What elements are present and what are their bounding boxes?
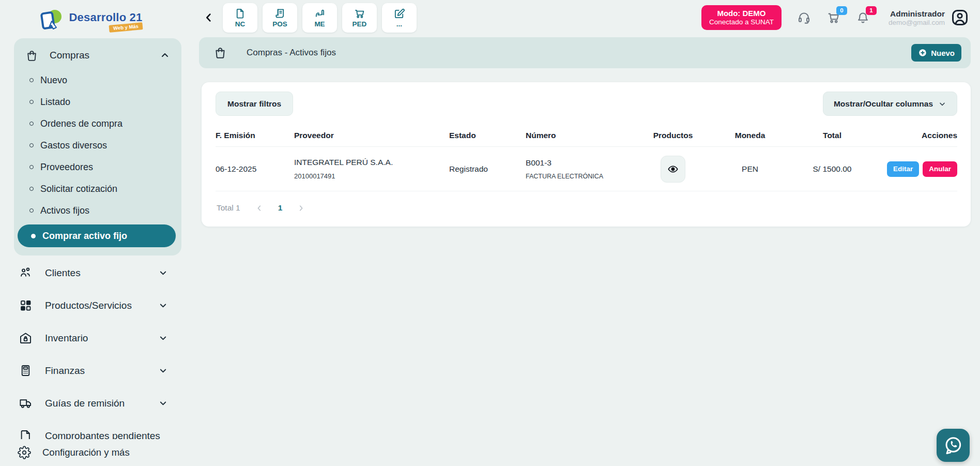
sidebar-item-finanzas[interactable]: Finanzas [0,354,181,387]
toggle-columns-button[interactable]: Mostrar/Ocultar columnas [823,92,957,116]
whatsapp-button[interactable] [937,429,970,462]
sidebar-item-label: Clientes [45,267,81,279]
bullet-icon [29,122,34,126]
sidebar-nav: Clientes Productos/Servicios [0,257,181,452]
column-header-emision: F. Emisión [216,131,294,140]
shortcut-nc-button[interactable]: NC [223,3,257,33]
sidebar-item-label: Productos/Servicios [45,300,132,311]
sidebar-item-listado[interactable]: Listado [14,91,181,113]
chevron-right-icon [297,204,305,213]
sidebar-item-activos-fijos[interactable]: Activos fijos [14,200,181,221]
user-menu[interactable]: Administrador demo@gmail.com [889,9,945,26]
shortcut-label: PED [353,20,367,28]
cart-button[interactable]: 0 [826,11,840,25]
tipo-comprobante: FACTURA ELECTRÓNICA [526,173,634,180]
brand-name: Desarrollo 21 [69,11,142,24]
column-header-proveedor: Proveedor [294,131,449,140]
cell-productos [634,156,712,183]
sidebar-item-clientes[interactable]: Clientes [0,257,181,289]
shortcut-ped-button[interactable]: PED [342,3,377,33]
truck-icon [19,396,33,410]
sidebar-item-label: Gastos diversos [40,140,107,151]
mode-badge-subtitle: Conectado a SUNAT [709,18,774,26]
sidebar-item-productos-servicios[interactable]: Productos/Servicios [0,289,181,322]
sidebar-item-label: Inventario [45,333,88,344]
sidebar-item-ordenes-de-compra[interactable]: Ordenes de compra [14,113,181,134]
view-products-button[interactable] [661,156,685,183]
shortcut-label: ... [396,20,402,28]
sidebar-item-proveedores[interactable]: Proveedores [14,156,181,178]
sidebar-item-label: Proveedores [40,162,93,173]
cell-acciones: Editar Anular [876,161,957,177]
brand-logo[interactable]: Desarrollo 21 Web y Más [0,0,181,37]
shortcut-pos-button[interactable]: POS [263,3,297,33]
avatar-button[interactable] [950,8,970,27]
calculator-icon [19,364,33,378]
sidebar-item-label: Solicitar cotización [40,184,117,194]
sidebar-item-inventario[interactable]: Inventario [0,322,181,354]
sidebar-item-label: Finanzas [45,365,85,377]
user-email: demo@gmail.com [889,19,945,26]
file-icon [234,8,246,20]
shortcut-more-button[interactable]: ... [382,3,417,33]
sidebar-footer-label: Configuración y más [42,447,130,458]
edit-button[interactable]: Editar [887,161,919,177]
pagination-prev-button[interactable] [255,204,264,213]
notifications-button[interactable]: 1 [856,11,870,25]
table-header-row: F. Emisión Proveedor Estado Número Produ… [216,124,957,147]
sidebar-item-guias-de-remision[interactable]: Guías de remisión [0,387,181,419]
cart-icon [354,8,365,20]
user-name: Administrador [889,9,945,19]
column-header-acciones: Acciones [876,131,957,140]
shortcut-label: ME [314,20,325,28]
sidebar: Desarrollo 21 Web y Más Compras Nuevo Li… [0,0,181,466]
page-title: Compras - Activos fijos [247,48,336,58]
notification-count-badge: 1 [866,6,877,15]
shortcut-me-button[interactable]: ME [302,3,337,33]
main-area: NC POS ME [181,0,980,466]
mode-badge: Modo: DEMO Conectado a SUNAT [701,5,782,30]
sidebar-item-solicitar-cotizacion[interactable]: Solicitar cotización [14,178,181,200]
pagination-next-button[interactable] [297,204,305,213]
signature-icon [314,8,326,20]
shortcut-label: POS [272,20,287,28]
bullet-icon [31,234,36,238]
bullet-icon [29,165,34,169]
sidebar-item-label: Nuevo [40,75,67,86]
shortcut-label: NC [235,20,246,28]
shortcut-bar: NC POS ME [223,3,417,33]
table-toolbar: Mostrar filtros Mostrar/Ocultar columnas [216,92,957,116]
support-button[interactable] [797,11,811,25]
column-header-estado: Estado [449,131,526,140]
table-row: 06-12-2025 INTEGRATEL PERÚ S.A.A. 201000… [216,147,957,191]
new-button[interactable]: Nuevo [911,44,961,62]
compras-submenu: Nuevo Listado Ordenes de compra Gastos d… [14,69,181,221]
sidebar-item-label: Ordenes de compra [40,118,122,129]
anular-button[interactable]: Anular [923,161,957,177]
show-filters-button[interactable]: Mostrar filtros [216,92,293,116]
sidebar-item-configuracion[interactable]: Configuración y más [0,439,181,466]
whatsapp-icon [943,435,963,456]
content-card: Mostrar filtros Mostrar/Ocultar columnas… [202,82,971,227]
breadcrumb: Compras - Activos fijos Nuevo [199,37,971,68]
column-header-moneda: Moneda [712,131,788,140]
chevron-down-icon [158,398,168,408]
sidebar-item-comprar-activo-fijo[interactable]: Comprar activo fijo [18,224,176,247]
chevron-down-icon [158,300,168,310]
chevron-down-icon [158,366,168,375]
pagination-page-1[interactable]: 1 [278,203,283,213]
chevron-down-icon [158,268,168,278]
column-header-numero: Número [526,131,634,140]
plus-circle-icon [918,48,927,57]
pagination: Total 1 1 [216,194,957,221]
back-button[interactable] [203,12,215,23]
sidebar-item-gastos-diversos[interactable]: Gastos diversos [14,134,181,156]
sidebar-item-nuevo[interactable]: Nuevo [14,69,181,91]
warehouse-icon [19,331,33,345]
activos-fijos-table: F. Emisión Proveedor Estado Número Produ… [216,124,957,191]
grid-icon [19,298,33,312]
eye-icon [667,163,679,175]
bullet-icon [29,187,34,191]
brand-logo-icon [39,9,65,33]
sidebar-item-compras[interactable]: Compras [14,44,181,66]
